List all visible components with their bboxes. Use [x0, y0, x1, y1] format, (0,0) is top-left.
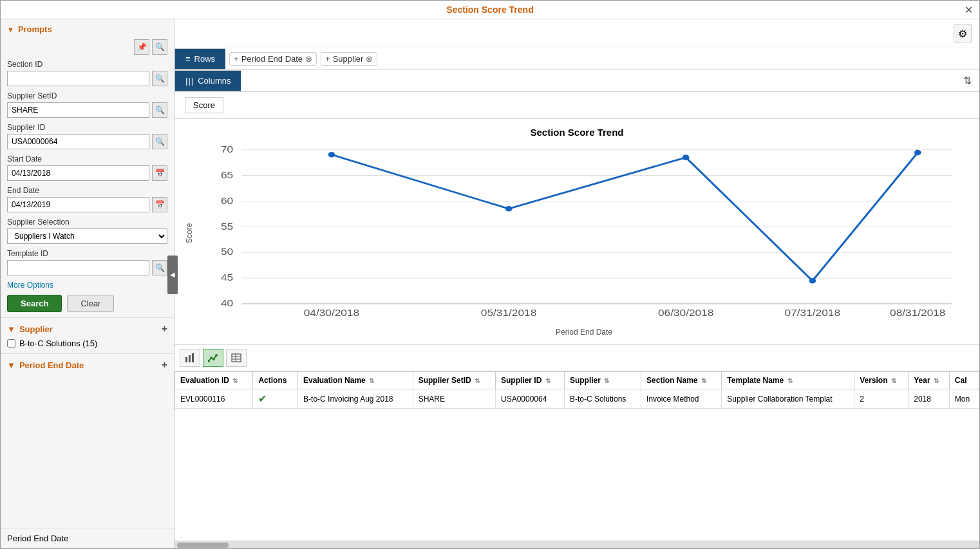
table-chart-icon — [231, 353, 241, 362]
supplier-checkbox-label: B-to-C Solutions (15) — [19, 339, 97, 348]
prompts-header[interactable]: ▼ Prompts — [7, 24, 167, 34]
settings-gear-button[interactable]: ⚙ — [954, 24, 972, 42]
template-id-label: Template ID — [7, 249, 167, 258]
cell-supplier: B-to-C Solutions — [564, 389, 641, 409]
supplier-id-input[interactable] — [7, 134, 149, 149]
score-tag[interactable]: Score — [185, 97, 223, 113]
supplier-tag[interactable]: + Supplier ⊗ — [321, 52, 377, 66]
search-button[interactable]: Search — [7, 295, 62, 312]
end-date-input[interactable] — [7, 197, 149, 212]
line-chart-button[interactable] — [203, 349, 223, 367]
cell-actions: ✔ — [253, 389, 298, 409]
section-id-input[interactable] — [7, 71, 149, 86]
chart-svg: 70 65 60 55 50 45 40 04/30/2018 05/31/20… — [199, 143, 969, 323]
section-id-search-btn[interactable]: 🔍 — [152, 71, 167, 86]
period-end-plus-icon[interactable]: + — [162, 359, 167, 371]
supplier-id-search-btn[interactable]: 🔍 — [152, 134, 167, 149]
cell-template-name: Supplier Collaboration Templat — [722, 389, 854, 409]
svg-text:06/30/2018: 06/30/2018 — [658, 308, 714, 318]
svg-text:45: 45 — [221, 273, 233, 283]
cell-section-name: Invoice Method — [641, 389, 722, 409]
svg-point-21 — [505, 206, 513, 212]
action-check-icon[interactable]: ✔ — [258, 393, 267, 404]
svg-text:40: 40 — [221, 299, 233, 308]
svg-rect-27 — [192, 353, 194, 362]
supplier-checkbox-row: B-to-C Solutions (15) — [7, 339, 167, 348]
remove-supplier-tag-btn[interactable]: ⊗ — [366, 54, 373, 64]
rows-button[interactable]: ≡ Rows — [174, 48, 225, 70]
table-chart-button[interactable] — [226, 349, 247, 367]
svg-text:50: 50 — [221, 247, 233, 257]
sort-icon[interactable]: ⇅ — [963, 75, 972, 87]
cell-supplier-setid: SHARE — [413, 389, 495, 409]
supplier-checkbox[interactable] — [7, 339, 15, 348]
template-id-input[interactable] — [7, 260, 149, 275]
more-options-link[interactable]: More Options — [7, 281, 167, 290]
close-button[interactable]: ✕ — [965, 4, 973, 16]
supplier-selection-label: Supplier Selection — [7, 218, 167, 227]
supplier-selection-dropdown[interactable]: Suppliers I Watch — [7, 228, 167, 244]
end-date-calendar-btn[interactable]: 📅 — [152, 197, 167, 212]
svg-point-20 — [328, 152, 335, 158]
chart-title: Section Score Trend — [185, 127, 969, 138]
template-id-search-btn[interactable]: 🔍 — [152, 260, 167, 275]
pin-button[interactable]: 📌 — [134, 39, 149, 55]
start-date-input[interactable] — [7, 165, 149, 181]
results-table: Evaluation ID ⇅ Actions Evaluation Name … — [174, 371, 979, 409]
supplier-filter-header[interactable]: ▼ Supplier + — [7, 323, 167, 335]
rows-label: Rows — [194, 54, 216, 64]
col-actions: Actions — [253, 372, 298, 389]
cell-eval-id: EVL0000116 — [175, 389, 253, 409]
rows-icon: ≡ — [185, 54, 191, 64]
period-end-date-tag[interactable]: + Period End Date ⊗ — [229, 52, 317, 66]
main-layout: ▼ Prompts 📌 🔍 Section ID 🔍 — [1, 19, 979, 548]
col-section-name: Section Name ⇅ — [641, 372, 722, 389]
horizontal-scrollbar[interactable] — [174, 541, 979, 548]
chart-wrapper: Score 70 65 — [185, 143, 969, 337]
clear-button[interactable]: Clear — [67, 295, 114, 312]
supplier-setid-label: Supplier SetID — [7, 91, 167, 100]
period-end-date-header[interactable]: ▼ Period End Date + — [7, 359, 167, 371]
supplier-setid-input[interactable] — [7, 102, 149, 118]
end-date-group: End Date 📅 — [7, 186, 167, 212]
supplier-filter-plus-icon[interactable]: + — [162, 323, 167, 335]
cell-year: 2018 — [909, 389, 950, 409]
chart-toolbar — [174, 345, 979, 371]
supplier-filter-arrow: ▼ — [7, 324, 15, 334]
col-year: Year ⇅ — [909, 372, 950, 389]
add-period-end-icon: + — [234, 54, 239, 64]
prompts-arrow: ▼ — [7, 26, 14, 33]
remove-period-end-tag-btn[interactable]: ⊗ — [305, 54, 312, 64]
col-cal: Cal — [949, 372, 979, 389]
svg-text:08/31/2018: 08/31/2018 — [890, 308, 946, 318]
period-end-label: Period End Date — [19, 360, 84, 370]
supplier-setid-search-btn[interactable]: 🔍 — [152, 102, 167, 118]
start-date-calendar-btn[interactable]: 📅 — [152, 165, 167, 181]
supplier-tag-label: Supplier — [333, 54, 364, 64]
cols-icon: ||| — [185, 76, 194, 86]
col-supplier-id: Supplier ID ⇅ — [495, 372, 564, 389]
add-supplier-icon: + — [325, 54, 330, 64]
cols-label: Columns — [198, 76, 231, 86]
scrollbar-thumb[interactable] — [177, 543, 229, 548]
top-bar: ⚙ — [174, 19, 979, 48]
svg-point-24 — [914, 150, 921, 156]
collapse-panel-button[interactable]: ◀ — [167, 256, 178, 294]
rows-section: ≡ Rows + Period End Date ⊗ + Supplier ⊗ — [174, 48, 979, 70]
results-table-container: Evaluation ID ⇅ Actions Evaluation Name … — [174, 371, 979, 541]
columns-button[interactable]: ||| Columns — [174, 70, 241, 91]
svg-text:65: 65 — [221, 170, 233, 180]
svg-rect-25 — [185, 357, 187, 362]
col-supplier-setid: Supplier SetID ⇅ — [413, 372, 495, 389]
chart-x-label: Period End Date — [199, 328, 969, 337]
svg-text:55: 55 — [221, 221, 233, 231]
right-panel: ⚙ ≡ Rows + Period End Date ⊗ — [174, 19, 979, 548]
svg-rect-32 — [232, 354, 241, 362]
period-end-arrow: ▼ — [7, 360, 15, 370]
bar-chart-button[interactable] — [180, 349, 200, 367]
search-toolbar-button[interactable]: 🔍 — [152, 39, 167, 55]
period-end-date-section: ▼ Period End Date + — [1, 354, 174, 376]
main-window: Section Score Trend ✕ ▼ Prompts 📌 🔍 Sect… — [0, 0, 980, 549]
svg-text:07/31/2018: 07/31/2018 — [785, 308, 841, 318]
cell-eval-name: B-to-C Invoicing Aug 2018 — [298, 389, 413, 409]
